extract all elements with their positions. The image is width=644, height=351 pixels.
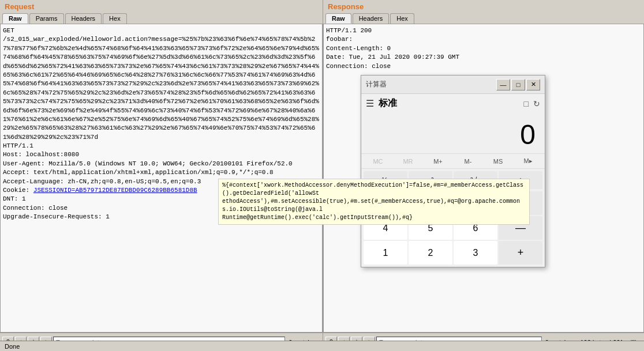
calc-titlebar: 计算器 — □ ✕ <box>361 76 545 94</box>
calc-header: ☰ 标准 □ ↻ <box>361 94 545 113</box>
calc-maximize-button[interactable]: □ <box>511 79 525 90</box>
calc-titlebar-buttons: — □ ✕ <box>496 79 540 90</box>
tab-hex-response[interactable]: Hex <box>390 13 414 24</box>
calc-memory-row: MC MR M+ M- MS M▸ <box>361 153 545 169</box>
num-btn-2[interactable]: 2 <box>409 241 452 265</box>
status-text: Done <box>5 343 20 350</box>
request-title: Request <box>0 0 323 12</box>
tab-headers-response[interactable]: Headers <box>353 13 390 24</box>
mem-btn-mminus[interactable]: M- <box>454 155 482 167</box>
tab-raw-response[interactable]: Raw <box>325 13 351 24</box>
calc-title: 计算器 <box>366 80 387 89</box>
mem-btn-ms[interactable]: MS <box>484 155 512 167</box>
calc-minimize-button[interactable]: — <box>496 79 510 90</box>
tab-hex-request[interactable]: Hex <box>103 13 127 24</box>
tab-headers-request[interactable]: Headers <box>65 13 102 24</box>
num-btn-add[interactable]: + <box>499 241 542 265</box>
mem-btn-mr[interactable]: MR <box>394 155 422 167</box>
status-bar: Done <box>0 341 644 351</box>
mem-btn-mstore[interactable]: M▸ <box>514 155 542 167</box>
calc-close-button[interactable]: ✕ <box>526 79 540 90</box>
calc-display: 0 <box>361 113 545 153</box>
num-btn-3[interactable]: 3 <box>454 241 497 265</box>
calc-icons: □ ↻ <box>524 99 540 108</box>
calc-mode-title: 标准 <box>379 97 519 110</box>
num-btn-1[interactable]: 1 <box>364 241 407 265</box>
main-layout: Request Raw Params Headers Hex GET /s2_0… <box>0 0 644 351</box>
tab-params-request[interactable]: Params <box>29 13 64 24</box>
response-tab-bar: Raw Headers Hex <box>323 12 644 24</box>
hamburger-icon[interactable]: ☰ <box>366 98 374 109</box>
tab-raw-request[interactable]: Raw <box>2 13 28 24</box>
calc-display-value: 0 <box>520 119 536 150</box>
payload-text: %{#context['xwork.MethodAccessor.denyMet… <box>222 182 523 221</box>
mem-btn-mplus[interactable]: M+ <box>424 155 452 167</box>
request-tab-bar: Raw Params Headers Hex <box>0 12 323 24</box>
calc-history-icon[interactable]: ↻ <box>533 99 540 108</box>
response-title: Response <box>323 0 644 12</box>
payload-tooltip: %{#context['xwork.MethodAccessor.denyMet… <box>218 179 530 225</box>
mem-btn-mc[interactable]: MC <box>364 155 392 167</box>
request-panel: Request Raw Params Headers Hex GET /s2_0… <box>0 0 323 351</box>
calculator-window: 计算器 — □ ✕ ☰ 标准 □ ↻ 0 MC MR M+ M- MS M▸ ¹… <box>361 75 545 267</box>
request-content[interactable]: GET /s2_015_war_exploded/Helloworld.acti… <box>0 24 323 333</box>
calc-copy-icon[interactable]: □ <box>524 99 529 108</box>
